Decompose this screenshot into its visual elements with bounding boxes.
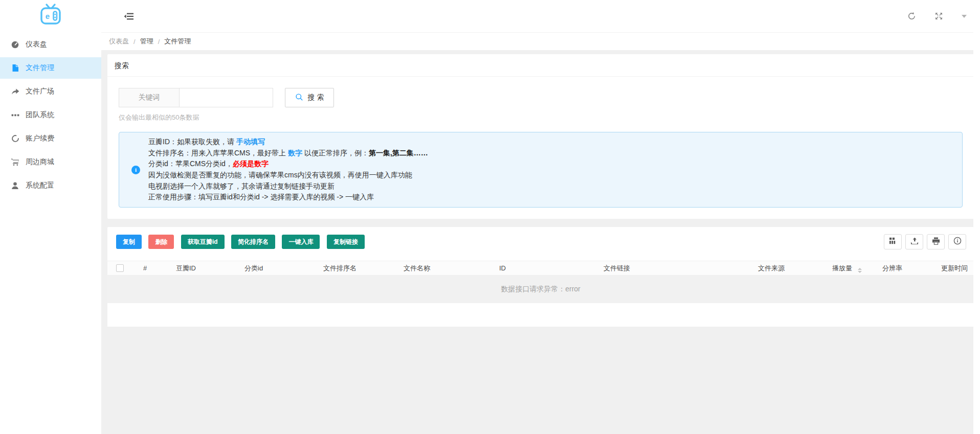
share-icon — [11, 87, 19, 96]
select-all-checkbox[interactable] — [116, 264, 124, 272]
print-icon — [932, 237, 940, 247]
app-root: e 仪表盘 文件管理 — [0, 0, 980, 434]
sidebar-item-label: 账户续费 — [26, 134, 54, 143]
column-header-file-source: 文件来源 — [753, 261, 827, 276]
search-card-title: 搜索 — [107, 54, 974, 77]
column-header-douban-id: 豆瓣ID — [171, 261, 239, 276]
keyword-input[interactable] — [179, 88, 273, 107]
table-icon-buttons — [884, 234, 966, 249]
file-icon — [11, 64, 19, 73]
table-footer-space — [107, 303, 974, 327]
sidebar-item-dashboard[interactable]: 仪表盘 — [0, 34, 101, 55]
sidebar-menu: 仪表盘 文件管理 文件广场 团队系统 — [0, 34, 101, 196]
column-header-id: ID — [494, 261, 598, 276]
column-header-sort-name: 文件排序名 — [318, 261, 398, 276]
search-card-body: 关键词 搜 索 仅会输出最相似的50条数据 — [107, 77, 974, 219]
keyword-label: 关键词 — [119, 88, 179, 107]
user-icon — [11, 181, 19, 190]
copy-button[interactable]: 复制 — [116, 235, 142, 249]
file-table-card: 复制 删除 获取豆瓣id 简化排序名 一键入库 复制链接 — [107, 227, 974, 325]
column-header-index: # — [138, 261, 171, 276]
page-content: 搜索 关键词 搜 索 仅会输出最相似的50条数据 — [101, 50, 980, 434]
info-icon — [953, 237, 962, 247]
alert-text-run: 正常使用步骤：填写豆瓣id和分类id -> 选择需要入库的视频 -> 一键入库 — [148, 193, 374, 201]
search-hint: 仅会输出最相似的50条数据 — [119, 113, 963, 122]
ellipsis-icon — [11, 111, 19, 120]
sidebar-item-label: 团队系统 — [26, 110, 54, 120]
column-header-update-time: 更新时间 — [936, 261, 974, 276]
sidebar-item-system-config[interactable]: 系统配置 — [0, 175, 101, 196]
columns-toggle-button[interactable] — [884, 234, 902, 249]
collapse-sidebar-button[interactable] — [124, 12, 133, 20]
alert-line: 文件排序名：用来入库苹果CMS，最好带上 数字 以便正常排序，例：第一集,第二集… — [148, 148, 428, 159]
search-card: 搜索 关键词 搜 索 仅会输出最相似的50条数据 — [107, 54, 974, 219]
app-logo[interactable]: e — [0, 0, 101, 32]
about-button[interactable] — [948, 234, 966, 249]
copy-link-button[interactable]: 复制链接 — [327, 235, 365, 249]
error-message: 数据接口请求异常：error — [501, 285, 581, 294]
breadcrumb-item-manage[interactable]: 管理 — [140, 37, 153, 46]
export-icon — [910, 237, 919, 247]
search-input-row: 关键词 搜 索 — [119, 88, 963, 107]
info-circle-icon — [131, 166, 140, 174]
export-button[interactable] — [905, 234, 923, 249]
column-header-label: 播放量 — [832, 264, 852, 272]
print-button[interactable] — [927, 234, 945, 249]
main-area: 仪表盘 / 管理 / 文件管理 搜索 关键词 — [101, 0, 980, 434]
sidebar-item-account-renewal[interactable]: 账户续费 — [0, 128, 101, 149]
search-button-label: 搜 索 — [308, 93, 324, 102]
alert-text: 豆瓣ID：如果获取失败，请 手动填写 文件排序名：用来入库苹果CMS，最好带上 … — [148, 136, 428, 203]
sidebar-item-mall[interactable]: 周边商城 — [0, 151, 101, 173]
tv-logo-icon: e — [37, 3, 64, 29]
action-buttons: 复制 删除 获取豆瓣id 简化排序名 一键入库 复制链接 — [116, 235, 369, 249]
alert-line: 因为没做检测是否重复的功能，请确保苹果cms内没有该视频，再使用一键入库功能 — [148, 170, 428, 181]
alert-line: 正常使用步骤：填写豆瓣id和分类id -> 选择需要入库的视频 -> 一键入库 — [148, 192, 428, 203]
search-button[interactable]: 搜 索 — [285, 88, 334, 107]
sidebar-item-label: 文件广场 — [26, 87, 54, 96]
table-header-row: # 豆瓣ID 分类id 文件排序名 文件名称 ID 文件链接 文件来源 播放量 — [107, 261, 974, 276]
cart-icon — [11, 158, 19, 167]
svg-text:e: e — [46, 12, 50, 20]
renew-icon — [11, 134, 19, 143]
breadcrumb-item-dashboard[interactable]: 仪表盘 — [109, 37, 129, 46]
chevron-down-icon — [962, 15, 967, 18]
alert-line: 豆瓣ID：如果获取失败，请 手动填写 — [148, 136, 428, 148]
alert-text-run: 因为没做检测是否重复的功能，请确保苹果cms内没有该视频，再使用一键入库功能 — [148, 171, 412, 179]
user-menu-caret[interactable] — [962, 15, 967, 18]
alert-text-run: 文件排序名：用来入库苹果CMS，最好带上 — [148, 149, 288, 157]
sidebar-item-file-plaza[interactable]: 文件广场 — [0, 81, 101, 102]
sidebar-item-label: 周边商城 — [26, 157, 54, 167]
sort-icon — [858, 268, 862, 273]
alert-highlight-blue: 数字 — [288, 149, 302, 157]
sidebar-item-label: 仪表盘 — [26, 40, 47, 49]
refresh-button[interactable] — [907, 12, 916, 20]
breadcrumb-item-current: 文件管理 — [164, 37, 191, 46]
sidebar-item-label: 文件管理 — [26, 63, 54, 73]
column-header-category-id: 分类id — [239, 261, 318, 276]
topbar-actions — [907, 12, 967, 20]
alert-highlight-bold: 第一集,第二集…… — [369, 149, 428, 157]
alert-text-run: 豆瓣ID：如果获取失败，请 — [148, 138, 236, 146]
scrollbar[interactable] — [973, 0, 980, 434]
column-header-file-name: 文件名称 — [398, 261, 494, 276]
sidebar: e 仪表盘 文件管理 — [0, 0, 101, 434]
alert-line: 分类id：苹果CMS分类id，必须是数字 — [148, 158, 428, 170]
sidebar-item-file-management[interactable]: 文件管理 — [0, 57, 101, 79]
delete-button[interactable]: 删除 — [148, 235, 174, 249]
one-click-import-button[interactable]: 一键入库 — [282, 235, 320, 249]
breadcrumb-separator: / — [133, 38, 136, 45]
dashboard-icon — [11, 40, 19, 49]
column-header-resolution: 分辨率 — [877, 261, 936, 276]
alert-text-run: 分类id：苹果CMS分类id， — [148, 159, 233, 168]
manual-fill-link[interactable]: 手动填写 — [236, 138, 265, 146]
search-icon — [295, 93, 303, 103]
column-header-play-count[interactable]: 播放量 — [827, 261, 877, 276]
breadcrumb-separator: / — [158, 38, 160, 45]
fullscreen-button[interactable] — [934, 12, 943, 20]
simplify-sort-name-button[interactable]: 简化排序名 — [231, 235, 275, 249]
file-table: # 豆瓣ID 分类id 文件排序名 文件名称 ID 文件链接 文件来源 播放量 — [107, 261, 974, 276]
fetch-douban-id-button[interactable]: 获取豆瓣id — [181, 235, 225, 249]
alert-text-run: 以便正常排序，例： — [302, 149, 369, 157]
columns-icon — [889, 237, 897, 246]
sidebar-item-team-system[interactable]: 团队系统 — [0, 104, 101, 126]
